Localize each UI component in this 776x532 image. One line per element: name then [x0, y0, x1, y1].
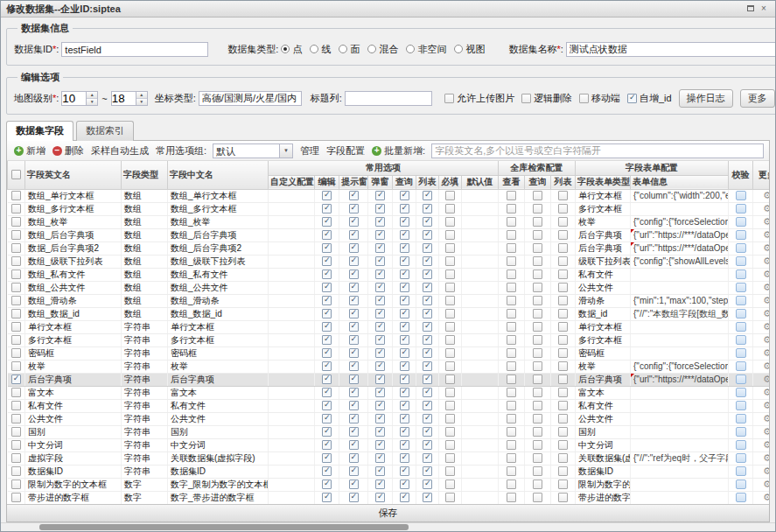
- list-checkbox[interactable]: [423, 348, 432, 358]
- required-checkbox[interactable]: [445, 335, 455, 345]
- list-checkbox[interactable]: [423, 466, 432, 476]
- table-row[interactable]: 多行文本框字符串多行文本框多行文本框⚙: [8, 333, 770, 346]
- global-query-checkbox[interactable]: [533, 204, 542, 214]
- validate-button[interactable]: [736, 401, 746, 410]
- cell-validate[interactable]: [729, 333, 753, 346]
- cell-edit[interactable]: [315, 465, 339, 478]
- required-checkbox[interactable]: [445, 414, 455, 424]
- global-view-checkbox[interactable]: [507, 204, 516, 214]
- cell-global-query[interactable]: [525, 202, 551, 215]
- edit-checkbox[interactable]: [322, 283, 332, 292]
- row-select-checkbox[interactable]: [11, 270, 21, 279]
- query-checkbox[interactable]: [400, 270, 409, 279]
- cell-global-list[interactable]: [551, 202, 576, 215]
- required-checkbox[interactable]: [445, 388, 455, 397]
- validate-button[interactable]: [736, 348, 746, 358]
- row-select-checkbox[interactable]: [11, 309, 21, 318]
- table-row[interactable]: 后台字典项字符串后台字典项后台字典项{"url":"https://***/da…: [8, 373, 770, 386]
- row-select-cell[interactable]: [8, 307, 25, 320]
- cell-popup[interactable]: [368, 189, 393, 202]
- add-field-button[interactable]: +新增: [10, 144, 49, 158]
- table-row[interactable]: 密码框字符串密码框密码框⚙: [8, 346, 770, 360]
- cell-global-view[interactable]: [499, 202, 525, 215]
- row-select-cell[interactable]: [8, 438, 25, 452]
- gear-icon[interactable]: ⚙: [763, 242, 769, 253]
- cell-more[interactable]: ⚙: [753, 438, 769, 452]
- tip-window-checkbox[interactable]: [349, 217, 359, 227]
- cell-tip-window[interactable]: [339, 242, 368, 255]
- global-view-checkbox[interactable]: [507, 493, 516, 502]
- list-checkbox[interactable]: [423, 243, 432, 253]
- query-checkbox[interactable]: [400, 388, 409, 397]
- validate-button[interactable]: [736, 256, 746, 266]
- list-checkbox[interactable]: [423, 427, 432, 437]
- cell-query[interactable]: [393, 360, 416, 373]
- required-checkbox[interactable]: [445, 374, 455, 384]
- cell-tip-window[interactable]: [339, 438, 368, 452]
- cell-query[interactable]: [393, 228, 416, 242]
- validate-button[interactable]: [736, 296, 746, 305]
- validate-button[interactable]: [736, 335, 746, 345]
- row-select-cell[interactable]: [8, 465, 25, 478]
- cell-global-query[interactable]: [525, 438, 551, 452]
- cell-validate[interactable]: [729, 360, 753, 373]
- required-checkbox[interactable]: [445, 440, 455, 450]
- cell-global-list[interactable]: [551, 412, 576, 425]
- cell-global-list[interactable]: [551, 478, 576, 491]
- global-list-checkbox[interactable]: [558, 309, 568, 318]
- cell-required[interactable]: [439, 438, 462, 452]
- popup-checkbox[interactable]: [375, 401, 385, 410]
- cell-required[interactable]: [439, 412, 462, 425]
- cell-tip-window[interactable]: [339, 228, 368, 242]
- edit-checkbox[interactable]: [322, 388, 332, 397]
- row-select-checkbox[interactable]: [11, 230, 21, 240]
- cell-list[interactable]: [416, 399, 439, 412]
- gear-icon[interactable]: ⚙: [763, 269, 769, 279]
- row-select-cell[interactable]: [8, 452, 25, 465]
- dataset-type-option[interactable]: 点: [281, 44, 302, 54]
- cell-tip-window[interactable]: [339, 281, 368, 294]
- global-query-checkbox[interactable]: [533, 361, 542, 371]
- popup-checkbox[interactable]: [375, 427, 385, 437]
- cell-popup[interactable]: [368, 360, 393, 373]
- global-view-checkbox[interactable]: [507, 427, 516, 437]
- table-row[interactable]: 数组_后台字典项数组数组_后台字典项后台字典项{"url":"https://*…: [8, 228, 770, 242]
- row-select-cell[interactable]: [8, 294, 25, 307]
- radio-icon[interactable]: [367, 45, 376, 53]
- validate-button[interactable]: [736, 243, 746, 253]
- list-checkbox[interactable]: [423, 493, 432, 502]
- cell-list[interactable]: [416, 425, 439, 438]
- validate-button[interactable]: [736, 309, 746, 318]
- cell-global-view[interactable]: [499, 268, 525, 281]
- popup-checkbox[interactable]: [375, 466, 385, 476]
- row-select-checkbox[interactable]: [11, 243, 21, 253]
- cell-popup[interactable]: [368, 281, 393, 294]
- cell-validate[interactable]: [729, 465, 753, 478]
- gear-icon[interactable]: ⚙: [763, 479, 769, 489]
- tip-window-checkbox[interactable]: [349, 480, 359, 489]
- global-list-checkbox[interactable]: [558, 256, 568, 266]
- edit-checkbox[interactable]: [322, 243, 332, 253]
- dataset-type-option[interactable]: 非空间: [406, 44, 446, 54]
- cell-more[interactable]: ⚙: [753, 478, 769, 491]
- row-select-cell[interactable]: [8, 360, 25, 373]
- query-checkbox[interactable]: [400, 296, 409, 305]
- popup-checkbox[interactable]: [375, 204, 385, 214]
- cell-tip-window[interactable]: [339, 425, 368, 438]
- cell-global-query[interactable]: [525, 478, 551, 491]
- global-view-checkbox[interactable]: [507, 335, 516, 345]
- cell-list[interactable]: [416, 320, 439, 333]
- edit-option-checkbox-item[interactable]: 允许上传图片: [444, 93, 514, 103]
- global-list-checkbox[interactable]: [558, 493, 568, 502]
- tip-window-checkbox[interactable]: [349, 335, 359, 345]
- required-checkbox[interactable]: [445, 270, 455, 279]
- query-checkbox[interactable]: [400, 230, 409, 240]
- tip-window-checkbox[interactable]: [349, 348, 359, 358]
- global-view-checkbox[interactable]: [507, 270, 516, 279]
- global-view-checkbox[interactable]: [507, 466, 516, 476]
- tip-window-checkbox[interactable]: [349, 401, 359, 410]
- list-checkbox[interactable]: [423, 230, 432, 240]
- row-select-checkbox[interactable]: [11, 466, 21, 476]
- cell-validate[interactable]: [729, 255, 753, 268]
- cell-global-query[interactable]: [525, 242, 551, 255]
